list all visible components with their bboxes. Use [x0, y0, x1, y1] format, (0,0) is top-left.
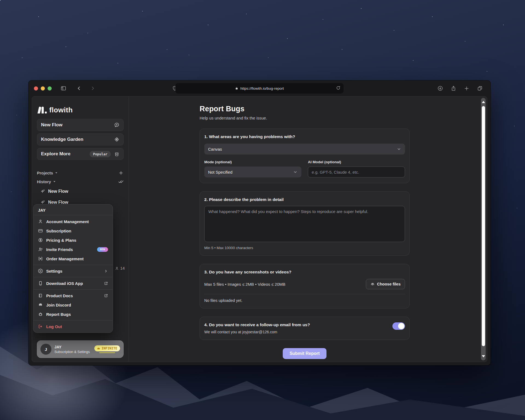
question-4-title: 4. Do you want to receive a follow-up em…	[204, 322, 310, 327]
double-check-icon[interactable]	[118, 179, 124, 184]
projects-row[interactable]: Projects	[37, 168, 124, 177]
new-flow-label: New Flow	[41, 122, 62, 128]
history-item-new-flow-1[interactable]: New Flow	[37, 186, 124, 197]
question-2-card: 2. Please describe the problem in detail…	[200, 191, 410, 256]
flowith-logo[interactable]: flowith	[38, 104, 124, 113]
invite-count: 14	[115, 266, 125, 270]
follow-up-email-text: We will contact you at joyjoestar@126.co…	[204, 330, 310, 334]
history-row[interactable]: History	[37, 177, 124, 186]
infinite-badge: INFINITE	[94, 345, 120, 351]
downloads-icon[interactable]	[437, 85, 443, 91]
page-subtitle: Help us understand and fix the issue.	[200, 116, 410, 120]
close-button[interactable]	[34, 86, 38, 91]
url-bar[interactable]: https://flowith.io/bug-report	[176, 83, 344, 94]
user-subtitle: Subscription & Settings	[54, 350, 90, 354]
menu-item-account-management[interactable]: Account Management	[33, 217, 113, 226]
area-select[interactable]: Canvas	[204, 144, 405, 154]
new-tab-icon[interactable]	[464, 86, 469, 91]
menu-divider	[33, 320, 113, 320]
infinite-badge-label: INFINITE	[101, 346, 117, 350]
menu-item-label: Order Management	[46, 256, 84, 261]
flower-icon	[114, 137, 119, 142]
share-icon[interactable]	[451, 85, 456, 91]
minimize-button[interactable]	[41, 86, 45, 91]
choose-files-button[interactable]: Choose files	[366, 279, 405, 289]
menu-item-log-out[interactable]: Log Out	[33, 322, 113, 331]
menu-item-label: Log Out	[46, 324, 62, 329]
user-name: JAY	[54, 345, 90, 349]
menu-item-label: Report Bugs	[46, 312, 71, 317]
gear-icon	[38, 269, 43, 273]
new-badge: NEW	[97, 247, 108, 252]
menu-item-label: Product Docs	[46, 293, 73, 298]
menu-item-label: Join Discord	[46, 303, 71, 307]
menu-item-pricing-plans[interactable]: Pricing & Plans	[33, 235, 113, 245]
browser-titlebar: https://flowith.io/bug-report	[28, 80, 491, 96]
question-2-title: 2. Please describe the problem in detail	[204, 197, 405, 202]
scrollbar	[481, 98, 486, 360]
menu-item-label: Download iOS App	[46, 281, 83, 286]
new-flow-button[interactable]: New Flow	[37, 119, 124, 131]
traffic-lights	[34, 86, 52, 91]
credit-card-icon	[38, 228, 43, 233]
scroll-up-arrow[interactable]	[481, 98, 486, 106]
sidebar-toggle-icon[interactable]	[60, 85, 66, 91]
explore-more-label: Explore More	[41, 151, 71, 157]
phone-icon	[38, 281, 43, 286]
menu-item-download-ios-app[interactable]: Download iOS App	[33, 279, 113, 288]
reload-icon[interactable]	[336, 86, 341, 90]
user-menu-header: JAY	[33, 205, 113, 215]
choose-files-label: Choose files	[377, 282, 401, 286]
sidebar: flowith New Flow Knowledge Garden Explor…	[32, 97, 129, 362]
menu-item-label: Settings	[46, 269, 62, 273]
back-icon[interactable]	[76, 86, 82, 91]
menu-item-product-docs[interactable]: Product Docs	[33, 291, 113, 300]
scroll-down-arrow[interactable]	[481, 353, 486, 360]
history-label: History	[37, 179, 51, 184]
knowledge-garden-label: Knowledge Garden	[41, 137, 83, 142]
question-4-card: 4. Do you want to receive a follow-up em…	[200, 317, 410, 340]
no-files-text: No files uploaded yet.	[204, 298, 405, 303]
chevron-down-icon	[293, 170, 298, 174]
menu-item-report-bugs[interactable]: Report Bugs	[33, 310, 113, 319]
bug-icon	[38, 312, 43, 317]
submit-report-button[interactable]: Submit Report	[283, 348, 326, 359]
menu-divider	[33, 289, 113, 290]
problem-description-textarea[interactable]	[204, 206, 405, 242]
follow-up-toggle[interactable]	[392, 322, 405, 330]
external-link-icon	[104, 294, 108, 298]
receipt-icon	[38, 256, 43, 261]
knowledge-garden-button[interactable]: Knowledge Garden	[37, 133, 124, 145]
main-content: Report Bugs Help us understand and fix t…	[129, 97, 487, 362]
menu-item-settings[interactable]: Settings	[33, 266, 113, 276]
user-card[interactable]: J JAY Subscription & Settings INFINITE	[37, 340, 124, 358]
menu-item-order-management[interactable]: Order Management	[33, 254, 113, 263]
projects-label: Projects	[37, 171, 53, 175]
menu-item-label: Account Management	[46, 219, 89, 224]
ai-model-input[interactable]	[308, 167, 405, 177]
external-link-icon	[104, 281, 108, 285]
menu-item-join-discord[interactable]: Join Discord	[33, 300, 113, 310]
menu-item-label: Pricing & Plans	[46, 238, 76, 243]
shopping-bag-icon	[114, 151, 119, 157]
forward-icon[interactable]	[90, 86, 95, 91]
flowith-logo-text: flowith	[49, 106, 73, 113]
add-project-icon[interactable]	[118, 170, 124, 176]
zoom-button[interactable]	[48, 86, 52, 91]
ai-model-label: AI Model (optional)	[308, 160, 405, 164]
menu-item-invite-friends[interactable]: Invite Friends NEW	[33, 245, 113, 254]
explore-more-button[interactable]: Explore More Popular	[37, 148, 124, 160]
area-select-value: Canvas	[208, 147, 222, 151]
menu-divider	[33, 265, 113, 265]
user-icon	[115, 266, 119, 270]
toggle-knob	[398, 323, 404, 329]
tab-overview-icon[interactable]	[477, 85, 483, 91]
book-icon	[38, 293, 43, 298]
menu-divider	[33, 277, 113, 277]
mode-select[interactable]: Not Specified	[204, 167, 301, 177]
scrollbar-thumb[interactable]	[482, 106, 485, 346]
avatar: J	[40, 344, 51, 355]
character-limit-helper: Min 5 • Max 10000 characters	[204, 246, 405, 250]
question-1-card: 1. What areas are you having problems wi…	[200, 129, 410, 183]
menu-item-subscription[interactable]: Subscription	[33, 226, 113, 235]
